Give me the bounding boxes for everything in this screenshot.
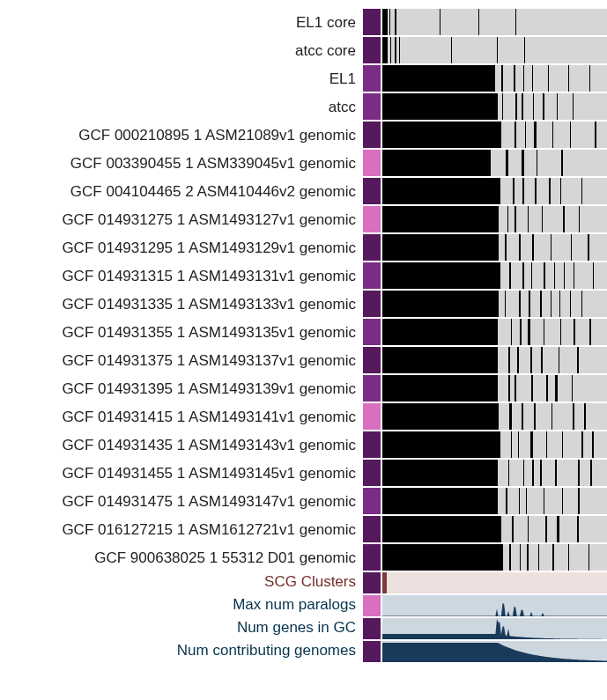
stat-label-genes: Num genes in GC <box>9 618 361 639</box>
genome-color-strip <box>363 460 381 486</box>
genome-color-strip <box>363 65 381 92</box>
stat-color-strip <box>363 641 381 662</box>
presence-track <box>382 291 607 317</box>
stat-label-paralogs: Max num paralogs <box>9 595 361 616</box>
genome-color-strip <box>363 234 381 261</box>
genome-label: GCF 900638025 1 55312 D01 genomic <box>9 544 361 571</box>
presence-track <box>382 150 607 176</box>
genome-label: EL1 core <box>9 9 361 35</box>
stat-label-contrib: Num contributing genomes <box>9 641 361 662</box>
presence-track <box>382 234 607 261</box>
genome-color-strip <box>363 403 381 430</box>
genome-label: GCF 003390455 1 ASM339045v1 genomic <box>9 150 361 176</box>
genome-label: EL1 <box>9 65 361 92</box>
genome-label: GCF 014931355 1 ASM1493135v1 genomic <box>9 319 361 345</box>
genome-label: GCF 004104465 2 ASM410446v2 genomic <box>9 178 361 204</box>
presence-track <box>382 375 607 402</box>
stat-track-paralogs <box>382 595 607 616</box>
genome-color-strip <box>363 488 381 514</box>
genome-color-strip <box>363 9 381 35</box>
genome-label: GCF 016127215 1 ASM1612721v1 genomic <box>9 516 361 542</box>
genome-color-strip <box>363 544 381 571</box>
stat-color-strip <box>363 618 381 639</box>
genome-color-strip <box>363 37 381 63</box>
genome-color-strip <box>363 347 381 373</box>
presence-track <box>382 516 607 542</box>
presence-track <box>382 262 607 289</box>
genome-color-strip <box>363 122 381 148</box>
genome-label: GCF 000210895 1 ASM21089v1 genomic <box>9 122 361 148</box>
genome-color-strip <box>363 431 381 458</box>
genome-color-strip <box>363 319 381 345</box>
stat-color-strip <box>363 595 381 616</box>
stat-track-contrib <box>382 641 607 662</box>
genome-color-strip <box>363 516 381 542</box>
presence-track <box>382 431 607 458</box>
presence-track <box>382 403 607 430</box>
stat-color-strip <box>363 572 381 593</box>
genome-color-strip <box>363 262 381 289</box>
genome-color-strip <box>363 206 381 232</box>
presence-track <box>382 65 607 92</box>
genome-label: GCF 014931335 1 ASM1493133v1 genomic <box>9 291 361 317</box>
genome-color-strip <box>363 150 381 176</box>
genome-label: GCF 014931295 1 ASM1493129v1 genomic <box>9 234 361 261</box>
presence-track <box>382 9 607 35</box>
genome-label: GCF 014931415 1 ASM1493141v1 genomic <box>9 403 361 430</box>
genome-color-strip <box>363 178 381 204</box>
genome-label: GCF 014931375 1 ASM1493137v1 genomic <box>9 347 361 373</box>
presence-track <box>382 122 607 148</box>
stat-track-genes <box>382 618 607 639</box>
presence-track <box>382 460 607 486</box>
genome-label: GCF 014931435 1 ASM1493143v1 genomic <box>9 431 361 458</box>
genome-label: atcc <box>9 93 361 120</box>
genome-color-strip <box>363 375 381 402</box>
presence-track <box>382 319 607 345</box>
genome-label: GCF 014931455 1 ASM1493145v1 genomic <box>9 460 361 486</box>
stat-label-scg: SCG Clusters <box>9 572 361 593</box>
genome-label: GCF 014931395 1 ASM1493139v1 genomic <box>9 375 361 402</box>
pangenome-heatmap: EL1 coreatcc coreEL1atccGCF 000210895 1 … <box>9 9 598 662</box>
presence-track <box>382 206 607 232</box>
genome-label: atcc core <box>9 37 361 63</box>
presence-track <box>382 347 607 373</box>
presence-track <box>382 178 607 204</box>
stat-track-scg <box>382 572 607 593</box>
presence-track <box>382 544 607 571</box>
presence-track <box>382 37 607 63</box>
presence-track <box>382 93 607 120</box>
genome-color-strip <box>363 291 381 317</box>
genome-label: GCF 014931275 1 ASM1493127v1 genomic <box>9 206 361 232</box>
genome-label: GCF 014931475 1 ASM1493147v1 genomic <box>9 488 361 514</box>
presence-track <box>382 488 607 514</box>
genome-color-strip <box>363 93 381 120</box>
genome-label: GCF 014931315 1 ASM1493131v1 genomic <box>9 262 361 289</box>
